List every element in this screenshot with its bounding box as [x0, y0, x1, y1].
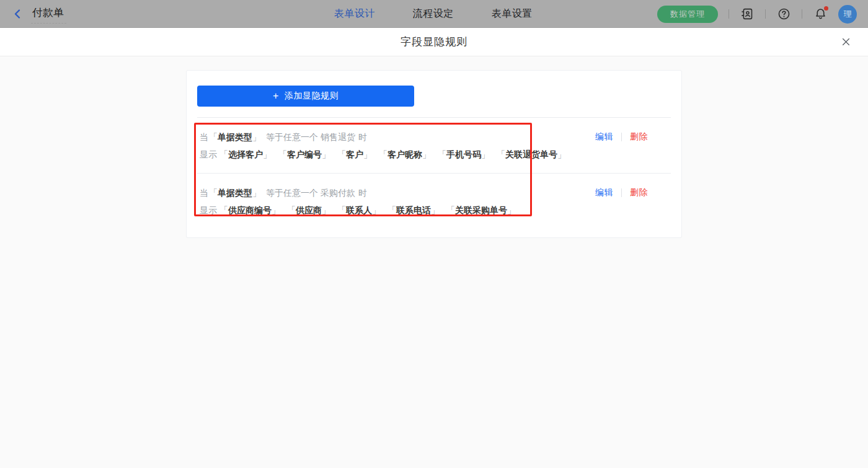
modal-body: + 添加显隐规则 当「单据类型」等于任意一个销售退货时 显示 「选择客户」「客户… — [0, 56, 868, 468]
rule-text: 当「单据类型」等于任意一个销售退货时 显示 「选择客户」「客户编号」「客户」「客… — [200, 131, 595, 161]
help-icon[interactable] — [776, 7, 791, 22]
header-right: 数据管理 理 — [657, 5, 868, 24]
tab-form-settings[interactable]: 表单设置 — [492, 7, 533, 20]
condition-field-chip: 「单据类型」 — [209, 188, 261, 198]
rule-show-line: 显示 「选择客户」「客户编号」「客户」「客户昵称」「手机号码」「关联退货单号」 — [200, 148, 595, 161]
header-divider — [765, 9, 766, 19]
tab-process-settings[interactable]: 流程设定 — [413, 7, 454, 20]
form-name[interactable]: 付款单 — [31, 4, 66, 24]
delete-rule-link[interactable]: 删除 — [630, 187, 648, 198]
condition-field-chip: 「单据类型」 — [209, 132, 261, 142]
header-left: 付款单 — [0, 4, 66, 24]
rule-show-line: 显示 「供应商编号」「供应商」「联系人」「联系电话」「关联采购单号」 — [200, 204, 595, 217]
field-chip: 「关联退货单号」 — [497, 149, 566, 159]
close-button[interactable] — [838, 35, 853, 50]
chevron-left-icon — [12, 9, 23, 19]
notification-bell-icon[interactable] — [813, 7, 828, 22]
rules-list: 当「单据类型」等于任意一个销售退货时 显示 「选择客户」「客户编号」「客户」「客… — [197, 118, 671, 229]
field-chip: 「联系人」 — [337, 205, 381, 215]
avatar[interactable]: 理 — [838, 5, 857, 24]
field-chip: 「供应商」 — [287, 205, 330, 215]
header-divider — [802, 9, 802, 19]
field-chip: 「手机号码」 — [438, 149, 490, 159]
field-chip: 「客户编号」 — [278, 149, 330, 159]
field-chip: 「联系电话」 — [388, 205, 440, 215]
field-chip: 「客户昵称」 — [379, 149, 431, 159]
field-chip: 「选择客户」 — [219, 149, 272, 159]
back-button[interactable] — [12, 9, 23, 19]
app-header: 付款单 表单设计 流程设定 表单设置 数据管理 — [0, 0, 868, 28]
modal-title: 字段显隐规则 — [401, 35, 467, 49]
field-chip: 「客户」 — [337, 149, 372, 159]
address-book-icon[interactable] — [740, 7, 755, 22]
modal-titlebar: 字段显隐规则 — [0, 28, 868, 56]
data-manage-button[interactable]: 数据管理 — [657, 6, 718, 23]
rule-condition-line: 当「单据类型」等于任意一个销售退货时 — [200, 131, 595, 144]
rule-actions: 编辑 删除 — [595, 131, 671, 143]
add-rule-button[interactable]: + 添加显隐规则 — [197, 86, 414, 107]
plus-icon: + — [273, 91, 279, 102]
actions-divider — [621, 188, 622, 197]
rule-condition-line: 当「单据类型」等于任意一个采购付款时 — [200, 187, 595, 200]
edit-rule-link[interactable]: 编辑 — [595, 187, 613, 198]
rules-card: + 添加显隐规则 当「单据类型」等于任意一个销售退货时 显示 「选择客户」「客户… — [186, 70, 682, 238]
add-rule-label: 添加显隐规则 — [285, 91, 339, 102]
rule-row: 当「单据类型」等于任意一个销售退货时 显示 「选择客户」「客户编号」「客户」「客… — [197, 118, 671, 173]
actions-divider — [621, 133, 622, 141]
close-icon — [841, 37, 851, 47]
field-chip: 「供应商编号」 — [219, 205, 280, 215]
header-divider — [728, 9, 729, 19]
rule-actions: 编辑 删除 — [595, 187, 671, 198]
delete-rule-link[interactable]: 删除 — [630, 131, 648, 143]
rule-row: 当「单据类型」等于任意一个采购付款时 显示 「供应商编号」「供应商」「联系人」「… — [197, 173, 671, 229]
rule-text: 当「单据类型」等于任意一个采购付款时 显示 「供应商编号」「供应商」「联系人」「… — [200, 187, 595, 217]
field-chip: 「关联采购单号」 — [446, 205, 516, 215]
notification-badge — [824, 6, 828, 11]
header-tabs: 表单设计 流程设定 表单设置 — [334, 0, 533, 28]
edit-rule-link[interactable]: 编辑 — [595, 131, 613, 143]
tab-form-design[interactable]: 表单设计 — [334, 7, 375, 20]
